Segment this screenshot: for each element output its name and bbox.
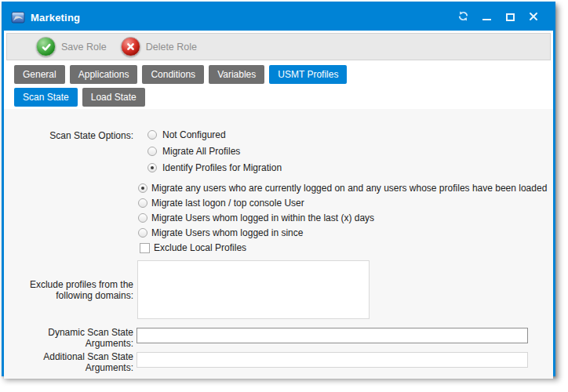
minimize-icon xyxy=(482,19,491,20)
exclude-domains-textarea[interactable] xyxy=(137,260,370,319)
radio-label: Migrate Users whom logged in within the … xyxy=(151,212,374,223)
radio-option-identify-profiles[interactable]: Identify Profiles for Migration xyxy=(147,162,282,173)
additional-scan-state-arguments-label: Additional Scan State Arguments: xyxy=(24,351,133,373)
additional-scan-state-arguments-input[interactable] xyxy=(137,352,528,368)
exclude-local-profiles-checkbox[interactable]: Exclude Local Profiles xyxy=(140,242,246,253)
radio-option-migrate-all-profiles[interactable]: Migrate All Profiles xyxy=(147,146,240,157)
radio-icon xyxy=(138,213,147,223)
window-controls xyxy=(453,8,548,27)
dynamic-scan-state-arguments-label: Dynamic Scan State Arguments: xyxy=(24,327,133,349)
marketing-role-window: Marketing xyxy=(2,2,555,376)
radio-icon xyxy=(147,147,157,156)
radio-icon xyxy=(147,130,157,140)
window-body: Save Role Delete Role General Applicatio… xyxy=(4,31,553,379)
radio-icon xyxy=(138,183,147,193)
radio-icon xyxy=(147,163,157,172)
close-icon xyxy=(529,12,538,24)
radio-icon xyxy=(138,228,147,238)
exclude-domains-label: Exclude profiles from the following doma… xyxy=(24,279,133,301)
window-title: Marketing xyxy=(31,12,80,24)
refresh-icon xyxy=(457,10,469,24)
radio-label: Migrate any users who are currently logg… xyxy=(151,183,547,194)
app-icon xyxy=(11,10,25,24)
radio-option-migrate-last-x-days[interactable]: Migrate Users whom logged in within the … xyxy=(138,212,374,223)
radio-label: Migrate Users whom logged in since xyxy=(151,227,303,238)
radio-option-migrate-last-logon[interactable]: Migrate last logon / top console User xyxy=(138,198,304,209)
radio-icon xyxy=(138,198,147,208)
radio-label: Identify Profiles for Migration xyxy=(162,162,282,173)
radio-option-migrate-since[interactable]: Migrate Users whom logged in since xyxy=(138,227,303,238)
maximize-icon xyxy=(506,13,515,21)
radio-option-migrate-logged-on-users[interactable]: Migrate any users who are currently logg… xyxy=(138,183,547,194)
radio-label: Migrate All Profiles xyxy=(162,146,240,157)
maximize-button[interactable] xyxy=(500,8,520,27)
scan-state-form: Scan State Options: Not Configured Migra… xyxy=(4,31,553,379)
titlebar[interactable]: Marketing xyxy=(4,4,553,31)
scan-state-options-label: Scan State Options: xyxy=(31,130,133,141)
checkbox-label: Exclude Local Profiles xyxy=(154,242,246,253)
minimize-button[interactable] xyxy=(476,8,497,27)
close-button[interactable] xyxy=(523,8,544,27)
checkbox-icon xyxy=(140,243,150,253)
radio-option-not-configured[interactable]: Not Configured xyxy=(147,129,226,140)
radio-label: Not Configured xyxy=(162,129,226,140)
dynamic-scan-state-arguments-input[interactable] xyxy=(137,328,528,343)
refresh-button[interactable] xyxy=(453,8,473,27)
radio-label: Migrate last logon / top console User xyxy=(151,198,304,209)
